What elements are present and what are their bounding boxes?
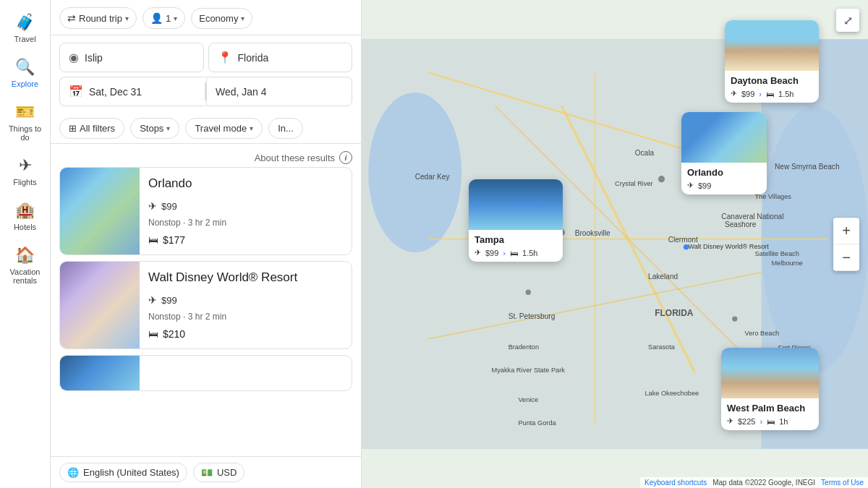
- flights-icon: ✈: [19, 156, 32, 175]
- daytona-prices: ✈ $99 › 🛏 1.5h: [731, 89, 813, 98]
- svg-text:FLORIDA: FLORIDA: [655, 308, 694, 318]
- filter-bar: ⊞ All filters Stops ▾ Travel mode ▾ In..…: [51, 114, 361, 144]
- sidebar-item-label: Explore: [12, 80, 38, 88]
- bottom-bar: 🌐 English (United States) 💵 USD: [51, 456, 361, 488]
- zoom-in-button[interactable]: +: [833, 218, 859, 244]
- origin-input[interactable]: ◉ Islip: [59, 43, 204, 72]
- result-card-orlando[interactable]: Orlando ✈ $99 Nonstop · 3 hr 2 min 🛏 $17…: [59, 167, 352, 255]
- chevron-down-icon-3: ▾: [241, 14, 244, 22]
- map-card-daytona[interactable]: Daytona Beach ✈ $99 › 🛏 1.5h: [725, 20, 819, 103]
- orlando-map-name: Orlando: [687, 167, 761, 178]
- orlando-image: [60, 168, 140, 254]
- disney-hotel-price: $210: [163, 328, 185, 340]
- sidebar-item-label: Vacation rentals: [8, 267, 43, 285]
- travel-icon: 🧳: [15, 13, 35, 32]
- map-card-orlando[interactable]: Orlando ✈ $99: [681, 112, 767, 194]
- sidebar-item-hotels[interactable]: 🏨 Hotels: [4, 195, 47, 237]
- stops-chevron-icon: ▾: [166, 124, 170, 132]
- map-data-text: Map data ©2022 Google, INEGI: [712, 479, 815, 487]
- things-icon: 🎫: [15, 103, 35, 121]
- language-label: English (United States): [83, 467, 179, 478]
- hotels-icon: 🏨: [15, 201, 35, 220]
- daytona-flight-price: $99: [741, 90, 754, 98]
- trip-type-button[interactable]: ⇄ Round trip ▾: [59, 7, 137, 29]
- disney-image: [60, 262, 140, 348]
- stops-filter-button[interactable]: Stops ▾: [130, 118, 179, 139]
- sidebar-item-flights[interactable]: ✈ Flights: [4, 150, 47, 192]
- more-filter-button[interactable]: In...: [268, 118, 303, 139]
- all-filters-label: All filters: [80, 123, 115, 134]
- disney-info: Walt Disney World® Resort ✈ $99 Nonstop …: [140, 262, 352, 348]
- info-icon-button[interactable]: i: [339, 151, 352, 164]
- bed-icon-2: 🛏: [148, 328, 158, 340]
- plane-icon: ✈: [148, 200, 157, 212]
- svg-text:Crystal River: Crystal River: [615, 180, 653, 187]
- sidebar-item-travel[interactable]: 🧳 Travel: [4, 7, 47, 49]
- date-row: 📅 Sat, Dec 31 Wed, Jan 4: [59, 77, 352, 106]
- chevron-westpalm: ›: [760, 417, 762, 426]
- orlando-hotel-row: 🛏 $177: [148, 234, 343, 246]
- sidebar-item-vacation-rentals[interactable]: 🏠 Vacation rentals: [4, 240, 47, 291]
- travel-mode-label: Travel mode: [195, 123, 247, 134]
- daytona-name: Daytona Beach: [731, 75, 813, 86]
- map-card-tampa[interactable]: Tampa ✈ $99 › 🛏 1.5h: [469, 179, 563, 262]
- westpalm-hotel-duration: 1h: [779, 417, 788, 426]
- svg-text:Myakka River State Park: Myakka River State Park: [492, 367, 566, 374]
- svg-text:Sarasota: Sarasota: [648, 343, 676, 351]
- date-end-input[interactable]: Wed, Jan 4: [206, 77, 352, 106]
- exchange-icon: ⇄: [67, 12, 76, 24]
- stops-label: Stops: [140, 123, 163, 134]
- date-start-input[interactable]: 📅 Sat, Dec 31: [59, 77, 205, 106]
- sidebar-item-things-to-do[interactable]: 🎫 Things to do: [4, 97, 47, 147]
- bed-icon: 🛏: [148, 234, 158, 246]
- svg-point-15: [732, 316, 737, 321]
- all-filters-button[interactable]: ⊞ All filters: [59, 118, 124, 139]
- toolbar: ⇄ Round trip ▾ 👤 1 ▾ Economy ▾: [51, 0, 361, 35]
- svg-text:Punta Gorda: Punta Gorda: [518, 419, 556, 427]
- sidebar-item-label: Travel: [14, 35, 35, 43]
- expand-map-button[interactable]: ⤢: [836, 9, 859, 32]
- destination-pin-icon: 📍: [218, 51, 232, 64]
- destination-input[interactable]: 📍 Florida: [208, 43, 353, 72]
- bed-icon-daytona: 🛏: [766, 90, 774, 98]
- trip-type-label: Round trip: [79, 13, 122, 24]
- svg-text:Canaveral National: Canaveral National: [721, 213, 783, 221]
- sidebar-item-explore[interactable]: 🔍 Explore: [4, 52, 47, 94]
- sidebar-nav: 🧳 Travel 🔍 Explore 🎫 Things to do ✈ Flig…: [0, 0, 51, 488]
- tampa-image: [60, 356, 140, 391]
- results-info-text: About these results: [255, 153, 335, 163]
- bed-icon-westpalm: 🛏: [767, 417, 775, 426]
- keyboard-shortcuts-link[interactable]: Keyboard shortcuts: [644, 479, 707, 487]
- passengers-button[interactable]: 👤 1 ▾: [142, 7, 185, 29]
- travel-mode-button[interactable]: Travel mode ▾: [185, 118, 263, 139]
- destination-value: Florida: [238, 52, 269, 64]
- currency-label: USD: [217, 467, 237, 478]
- westpalm-map-prices: ✈ $225 › 🛏 1h: [727, 416, 813, 426]
- globe-icon: 🌐: [67, 467, 79, 478]
- svg-text:Vero Beach: Vero Beach: [745, 330, 780, 337]
- currency-button[interactable]: 💵 USD: [193, 463, 244, 482]
- map-card-westpalm[interactable]: West Palm Beach ✈ $225 › 🛏 1h: [721, 348, 819, 430]
- daytona-info: Daytona Beach ✈ $99 › 🛏 1.5h: [725, 71, 819, 103]
- terms-link[interactable]: Terms of Use: [821, 479, 864, 487]
- results-list: Orlando ✈ $99 Nonstop · 3 hr 2 min 🛏 $17…: [51, 167, 361, 456]
- orlando-hotel-price: $177: [163, 234, 185, 246]
- orlando-info: Orlando ✈ $99 Nonstop · 3 hr 2 min 🛏 $17…: [140, 168, 352, 254]
- orlando-map-info: Orlando ✈ $99: [681, 163, 767, 194]
- chevron-tampa: ›: [503, 249, 506, 257]
- zoom-out-button[interactable]: −: [833, 244, 859, 270]
- language-button[interactable]: 🌐 English (United States): [59, 463, 187, 482]
- map-area: Gainesville Cedar Key Ocala Ocala Nation…: [362, 0, 868, 488]
- main-panel: ⇄ Round trip ▾ 👤 1 ▾ Economy ▾ ◉ Islip 📍…: [51, 0, 362, 488]
- disney-flight-price: $99: [161, 295, 177, 306]
- westpalm-map-price: $225: [738, 417, 755, 426]
- tampa-hotel-duration: 1.5h: [522, 249, 537, 257]
- plane-icon-2: ✈: [148, 294, 157, 306]
- result-card-tampa[interactable]: [59, 355, 352, 391]
- result-card-disney[interactable]: Walt Disney World® Resort ✈ $99 Nonstop …: [59, 261, 352, 349]
- currency-icon: 💵: [201, 467, 213, 478]
- plane-icon-tampa: ✈: [475, 248, 481, 257]
- class-button[interactable]: Economy ▾: [191, 8, 252, 29]
- westpalm-map-info: West Palm Beach ✈ $225 › 🛏 1h: [721, 398, 819, 430]
- person-icon: 👤: [150, 12, 163, 24]
